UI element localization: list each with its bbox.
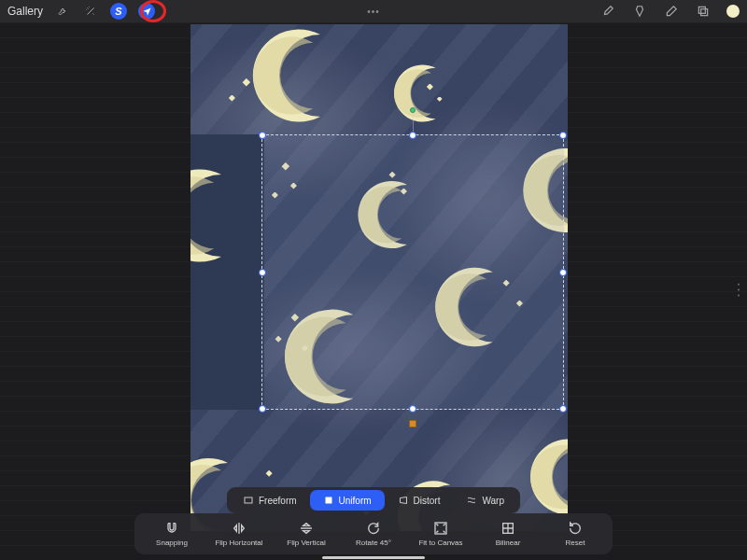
resize-handle-bm[interactable] <box>409 405 416 413</box>
star-shape <box>424 84 433 93</box>
wand-icon[interactable] <box>82 3 99 20</box>
brush-icon[interactable] <box>599 3 616 20</box>
resize-handle-bl[interactable] <box>259 405 266 413</box>
resize-handle-tl[interactable] <box>259 132 266 139</box>
transform-action-bar: Snapping Flip Horizontal Flip Vertical R… <box>134 513 613 554</box>
rotation-handle[interactable] <box>410 107 416 113</box>
svg-rect-5 <box>437 97 443 102</box>
transform-tool-button[interactable] <box>138 3 155 20</box>
workspace: Freeform Uniform Distort Warp Snapping F… <box>0 22 747 560</box>
resize-handle-ml[interactable] <box>259 269 266 276</box>
transform-mode-bar: Freeform Uniform Distort Warp <box>227 487 520 513</box>
svg-rect-16 <box>266 470 273 477</box>
resize-handle-mr[interactable] <box>559 269 567 276</box>
svg-rect-0 <box>698 7 705 13</box>
mode-distort[interactable]: Distort <box>385 490 454 511</box>
wrench-icon[interactable] <box>54 3 71 20</box>
canvas[interactable] <box>190 24 568 531</box>
moon-shape <box>527 435 568 519</box>
star-shape <box>261 470 273 482</box>
svg-rect-1 <box>701 9 708 16</box>
moon-shape <box>391 62 455 125</box>
star-shape <box>435 97 443 105</box>
action-interpolation[interactable]: Bilinear <box>474 517 542 551</box>
drag-handle-icon[interactable]: ••• <box>367 7 380 17</box>
svg-rect-2 <box>243 78 250 86</box>
star-shape <box>226 95 235 105</box>
resize-handle-tr[interactable] <box>559 132 567 139</box>
action-rotate-45[interactable]: Rotate 45° <box>340 517 407 551</box>
mode-uniform[interactable]: Uniform <box>310 490 385 511</box>
action-reset[interactable]: Reset <box>542 517 609 551</box>
top-toolbar: Gallery S ••• <box>0 0 747 22</box>
svg-rect-4 <box>427 84 433 90</box>
smudge-icon[interactable] <box>631 3 648 20</box>
home-indicator <box>322 556 425 559</box>
rotation-stem <box>413 113 414 132</box>
gallery-button[interactable]: Gallery <box>7 5 43 18</box>
moon-shape <box>248 24 351 127</box>
eraser-icon[interactable] <box>663 3 680 20</box>
action-fit-canvas[interactable]: Fit to Canvas <box>407 517 474 551</box>
side-drag-handle[interactable]: ••• <box>735 283 743 299</box>
star-shape <box>237 78 250 91</box>
action-flip-vertical[interactable]: Flip Vertical <box>273 517 340 551</box>
mode-freeform[interactable]: Freeform <box>230 490 310 511</box>
moon-shape <box>190 164 252 267</box>
color-swatch[interactable] <box>726 5 740 18</box>
svg-rect-3 <box>229 95 235 101</box>
action-snapping[interactable]: Snapping <box>138 517 205 551</box>
transform-selection[interactable] <box>261 134 564 410</box>
action-flip-horizontal[interactable]: Flip Horizontal <box>205 517 273 551</box>
anchor-point[interactable] <box>409 420 416 427</box>
resize-handle-br[interactable] <box>559 405 567 413</box>
layers-icon[interactable] <box>695 3 712 20</box>
svg-rect-19 <box>325 497 331 504</box>
resize-handle-tm[interactable] <box>409 132 416 139</box>
mode-warp[interactable]: Warp <box>453 490 517 511</box>
svg-rect-18 <box>245 497 252 503</box>
selection-tool-button[interactable]: S <box>110 3 127 20</box>
